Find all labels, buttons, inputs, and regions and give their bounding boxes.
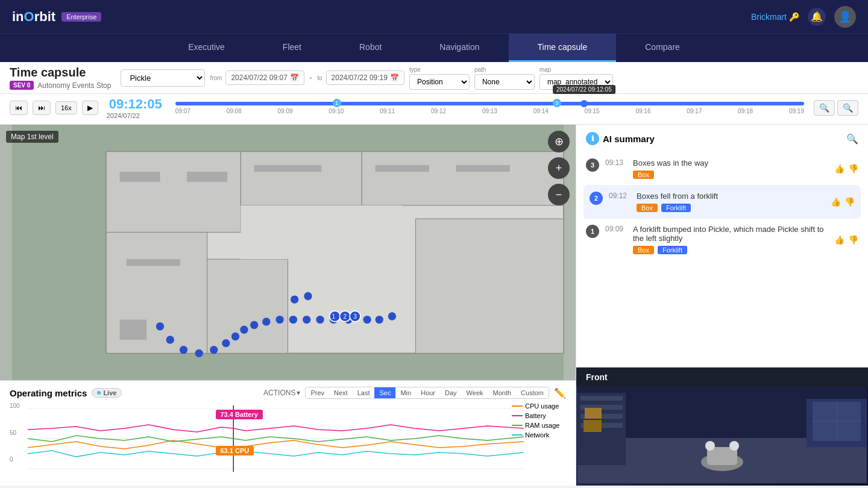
track-thumb[interactable] (580, 100, 588, 107)
logo: inOrbit (12, 9, 55, 25)
timeline-controls: ⏮ ⏭ 16x ▶ 09:12:05 2024/07/22 2024/07/22… (10, 96, 858, 119)
svg-text:1: 1 (332, 313, 336, 320)
zoom-in-button[interactable]: 🔍 (837, 100, 858, 116)
svg-point-24 (250, 321, 258, 329)
event-content-3: Boxes was in the way Box (633, 158, 828, 179)
navigate-icon[interactable]: ⊕ (548, 131, 570, 152)
svg-point-19 (195, 349, 203, 357)
camera-label: Front (576, 368, 868, 387)
plan-badge: Enterprise (61, 12, 101, 22)
search-icon[interactable]: 🔍 (846, 133, 858, 145)
tab-executive[interactable]: Executive (159, 34, 254, 62)
thumbs-down-1[interactable]: 👎 (848, 225, 858, 254)
zoom-out-button[interactable]: 🔍 (814, 100, 835, 116)
month-button[interactable]: Month (488, 387, 517, 398)
path-select[interactable]: None (474, 74, 535, 90)
hour-button[interactable]: Hour (416, 387, 440, 398)
tab-fleet[interactable]: Fleet (254, 34, 330, 62)
svg-rect-7 (416, 219, 564, 353)
svg-point-23 (240, 326, 248, 334)
thumbs-up-2[interactable]: 👍 (831, 192, 841, 212)
event-tags-1: Box Forklift (633, 246, 828, 254)
battery-color (512, 415, 523, 416)
event-actions-2: 👍 👎 (831, 192, 855, 212)
camera-panel: Front (576, 368, 868, 486)
edit-button[interactable]: ✏️ (554, 387, 566, 399)
event-num-2: 2 (590, 192, 603, 205)
svg-rect-15 (127, 259, 180, 266)
last-button[interactable]: Last (353, 387, 375, 398)
robot-select[interactable]: Pickle (121, 69, 205, 87)
sec-button[interactable]: Sec (374, 387, 395, 398)
svg-rect-9 (120, 172, 160, 182)
chart-legend: CPU usage Battery RAM usage Network (512, 402, 566, 439)
info-icon: ℹ (586, 132, 599, 145)
tab-compare[interactable]: Compare (616, 34, 709, 62)
to-datetime[interactable]: 2024/07/22 09:19 📅 (326, 70, 404, 85)
tag-forklift-1: Forklift (658, 246, 687, 254)
tag-box-3: Box (633, 170, 654, 179)
event-actions-3: 👍 👎 (834, 158, 858, 179)
company-label[interactable]: Brickmart 🔑 (751, 12, 799, 22)
map-area: Map 1st level (0, 125, 576, 380)
rewind-button[interactable]: ⏮ (10, 101, 28, 115)
week-button[interactable]: Week (462, 387, 488, 398)
skip-end-button[interactable]: ⏭ (33, 101, 51, 115)
svg-rect-54 (583, 420, 602, 432)
zoom-out-map-button[interactable]: − (548, 184, 570, 205)
event-text-2: Boxes fell from a forklift (637, 192, 825, 201)
svg-rect-2 (106, 152, 241, 233)
event-actions-1: 👍 👎 (834, 225, 858, 254)
svg-point-40 (388, 312, 396, 320)
camera-svg (576, 387, 868, 483)
from-datetime[interactable]: 2024/07/22 09:07 📅 (225, 70, 304, 85)
event-text-1: A forklift bumped into Pickle, which mad… (633, 225, 828, 243)
svg-point-21 (222, 339, 230, 347)
day-button[interactable]: Day (440, 387, 462, 398)
sev-label: Autonomy Events Stop (37, 81, 111, 90)
custom-button[interactable]: Custom (516, 387, 549, 398)
thumbs-down-2[interactable]: 👎 (844, 192, 855, 212)
play-button[interactable]: ▶ (82, 101, 98, 115)
track-tooltip: 2024/07/22 09:12:05 (553, 85, 615, 94)
tab-robot[interactable]: Robot (330, 34, 410, 62)
top-bar: inOrbit Enterprise Brickmart 🔑 🔔 👤 (0, 0, 868, 33)
tag-box-2: Box (637, 204, 658, 212)
speed-badge[interactable]: 16x (55, 101, 77, 114)
tab-navigation[interactable]: Navigation (410, 34, 508, 62)
marker-1: 1 (333, 99, 341, 107)
svg-point-42 (304, 292, 312, 300)
battery-legend: Battery (512, 412, 566, 419)
cpu-tooltip: 63.1 CPU (216, 446, 254, 455)
map-controls: ⊕ + − (548, 131, 570, 205)
ai-title: ℹ AI summary (586, 132, 655, 145)
track-bar: 2024/07/22 09:12:05 1 3 (175, 102, 804, 105)
svg-rect-4 (362, 152, 564, 205)
next-button[interactable]: Next (329, 387, 353, 398)
network-legend: Network (512, 431, 566, 439)
notifications-icon[interactable]: 🔔 (808, 8, 826, 26)
map-label: Map 1st level (6, 131, 58, 143)
timeline-track[interactable]: 2024/07/22 09:12:05 1 3 09:07 09:08 09:0… (175, 102, 804, 114)
svg-point-18 (180, 346, 187, 354)
prev-button[interactable]: Prev (306, 387, 329, 398)
time-filter-group: Prev Next Last Sec Min Hour Day Week Mon… (305, 387, 549, 399)
type-group: type Position (409, 66, 470, 90)
avatar[interactable]: 👤 (834, 6, 856, 28)
battery-tooltip: 73.4 Battery (216, 410, 263, 419)
svg-point-38 (363, 316, 371, 324)
controls-row: Time capsule SEV 0 Autonomy Events Stop … (0, 62, 868, 94)
event-item-3: 3 09:13 Boxes was in the way Box 👍 👎 (586, 152, 858, 186)
thumbs-up-3[interactable]: 👍 (834, 158, 844, 179)
thumbs-up-1[interactable]: 👍 (834, 225, 844, 254)
thumbs-down-3[interactable]: 👎 (848, 158, 858, 179)
zoom-in-map-button[interactable]: + (548, 157, 570, 179)
type-select[interactable]: Position (409, 74, 470, 90)
event-item-1: 1 09:09 A forklift bumped into Pickle, w… (586, 219, 858, 260)
min-button[interactable]: Min (395, 387, 416, 398)
actions-button[interactable]: ACTIONS ▾ (263, 389, 300, 397)
svg-rect-55 (585, 408, 602, 419)
network-color (512, 434, 523, 436)
tab-time-capsule[interactable]: Time capsule (509, 34, 617, 62)
from-group: from 2024/07/22 09:07 📅 (210, 70, 304, 85)
